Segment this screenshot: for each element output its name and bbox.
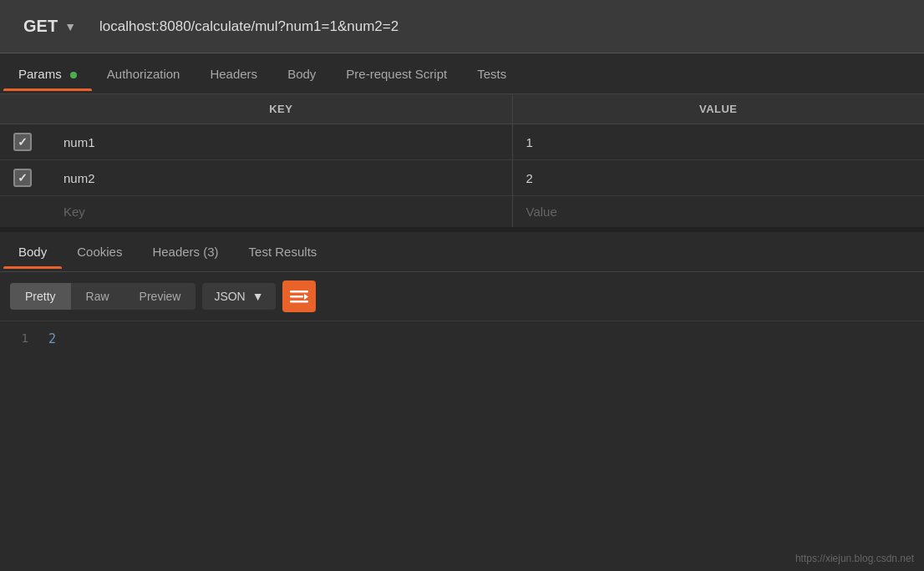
params-table: KEY VALUE num1 1 num2 2 Key Value bbox=[0, 94, 924, 227]
format-bar: Pretty Raw Preview JSON ▼ bbox=[0, 272, 924, 321]
row2-key[interactable]: num2 bbox=[50, 160, 512, 196]
format-label: JSON bbox=[214, 290, 245, 303]
table-row: num2 2 bbox=[0, 160, 924, 196]
line-number-1: 1 bbox=[13, 331, 28, 345]
line-numbers: 1 bbox=[0, 331, 42, 361]
view-mode-group: Pretty Raw Preview bbox=[10, 283, 195, 310]
params-placeholder-row: Key Value bbox=[0, 196, 924, 228]
svg-marker-3 bbox=[304, 294, 308, 300]
params-header-row: KEY VALUE bbox=[0, 94, 924, 124]
value-col-header: VALUE bbox=[512, 94, 924, 124]
view-raw-button[interactable]: Raw bbox=[71, 283, 124, 310]
tab-params[interactable]: Params bbox=[3, 57, 92, 91]
watermark: https://xiejun.blog.csdn.net bbox=[795, 553, 914, 564]
check-col-header bbox=[0, 94, 50, 124]
url-bar: GET ▼ bbox=[0, 0, 924, 53]
placeholder-value[interactable]: Value bbox=[512, 196, 924, 228]
wrap-button[interactable] bbox=[282, 280, 316, 312]
method-label: GET bbox=[23, 17, 58, 36]
method-chevron-icon: ▼ bbox=[64, 20, 76, 33]
row2-checkbox[interactable] bbox=[13, 169, 32, 187]
tab-prerequest[interactable]: Pre-request Script bbox=[331, 57, 462, 91]
response-tabs-row: Body Cookies Headers (3) Test Results bbox=[0, 232, 924, 272]
request-tabs-row: Params Authorization Headers Body Pre-re… bbox=[0, 53, 924, 93]
wrap-icon bbox=[290, 289, 308, 304]
tab-body[interactable]: Body bbox=[272, 57, 331, 91]
method-selector[interactable]: GET ▼ bbox=[13, 10, 86, 43]
table-row: num1 1 bbox=[0, 124, 924, 160]
svg-rect-0 bbox=[290, 291, 308, 293]
row1-check-cell bbox=[0, 124, 50, 160]
tab-headers[interactable]: Headers bbox=[195, 57, 272, 91]
format-selector[interactable]: JSON ▼ bbox=[202, 283, 275, 310]
key-col-header: KEY bbox=[50, 94, 512, 124]
tab-authorization[interactable]: Authorization bbox=[92, 57, 195, 91]
output-value: 2 bbox=[48, 331, 56, 346]
svg-rect-1 bbox=[290, 296, 303, 298]
tab-response-testresults[interactable]: Test Results bbox=[234, 235, 333, 269]
tab-response-cookies[interactable]: Cookies bbox=[62, 235, 137, 269]
row2-value[interactable]: 2 bbox=[512, 160, 924, 196]
params-dot bbox=[70, 72, 77, 78]
tab-tests[interactable]: Tests bbox=[462, 57, 521, 91]
format-chevron-icon: ▼ bbox=[252, 290, 264, 303]
tab-response-headers[interactable]: Headers (3) bbox=[137, 235, 233, 269]
tab-response-body[interactable]: Body bbox=[3, 235, 62, 269]
row1-key[interactable]: num1 bbox=[50, 124, 512, 160]
row1-checkbox[interactable] bbox=[13, 133, 32, 151]
view-preview-button[interactable]: Preview bbox=[124, 283, 196, 310]
request-tabs-section: Params Authorization Headers Body Pre-re… bbox=[0, 53, 924, 94]
placeholder-key[interactable]: Key bbox=[50, 196, 512, 228]
code-output: 1 2 bbox=[0, 321, 924, 371]
row2-check-cell bbox=[0, 160, 50, 196]
code-content: 2 bbox=[42, 331, 924, 361]
url-input[interactable] bbox=[86, 12, 911, 42]
svg-rect-2 bbox=[290, 301, 308, 303]
view-pretty-button[interactable]: Pretty bbox=[10, 283, 71, 310]
placeholder-check-cell bbox=[0, 196, 50, 228]
row1-value[interactable]: 1 bbox=[512, 124, 924, 160]
